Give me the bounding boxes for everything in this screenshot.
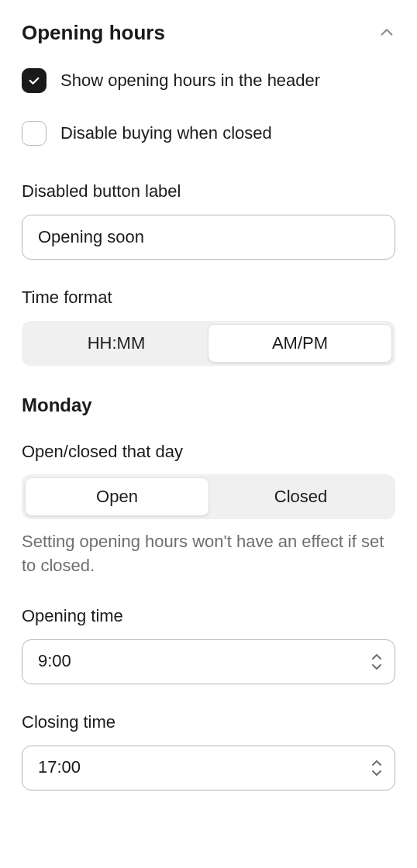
disabled-button-label-field: Disabled button label [22,180,395,260]
closing-time-select[interactable]: 17:00 [22,746,395,790]
day-heading: Monday [22,392,395,418]
opening-time-select[interactable]: 9:00 [22,639,395,684]
show-opening-hours-checkbox[interactable] [22,68,47,93]
disabled-button-label-heading: Disabled button label [22,180,395,204]
time-format-segmented: HH:MM AM/PM [22,321,395,366]
opening-hours-panel: Opening hours Show opening hours in the … [0,0,417,822]
chevron-up-icon [378,24,395,41]
opening-time-field: Opening time 9:00 [22,604,395,684]
opening-time-heading: Opening time [22,604,395,629]
show-opening-hours-checkbox-row[interactable]: Show opening hours in the header [22,68,395,93]
open-closed-help-text: Setting opening hours won't have an effe… [22,530,395,578]
disable-buying-checkbox-row[interactable]: Disable buying when closed [22,121,395,146]
open-closed-heading: Open/closed that day [22,440,395,464]
time-format-option-ampm[interactable]: AM/PM [208,324,392,363]
open-closed-option-open[interactable]: Open [25,477,209,516]
disabled-button-label-input[interactable] [22,215,395,260]
section-header[interactable]: Opening hours [22,19,395,46]
show-opening-hours-label: Show opening hours in the header [60,69,320,93]
disable-buying-checkbox[interactable] [22,121,47,146]
open-closed-segmented: Open Closed [22,474,395,519]
open-closed-field: Open/closed that day Open Closed Setting… [22,440,395,578]
disable-buying-label: Disable buying when closed [60,122,272,146]
closing-time-field: Closing time 17:00 [22,711,395,790]
open-closed-option-closed[interactable]: Closed [209,477,392,516]
closing-time-value: 17:00 [38,756,81,780]
time-format-option-hhmm[interactable]: HH:MM [25,324,208,363]
closing-time-heading: Closing time [22,711,395,735]
time-format-field: Time format HH:MM AM/PM [22,286,395,366]
opening-time-value: 9:00 [38,649,71,673]
section-title: Opening hours [22,19,165,46]
time-format-heading: Time format [22,286,395,310]
